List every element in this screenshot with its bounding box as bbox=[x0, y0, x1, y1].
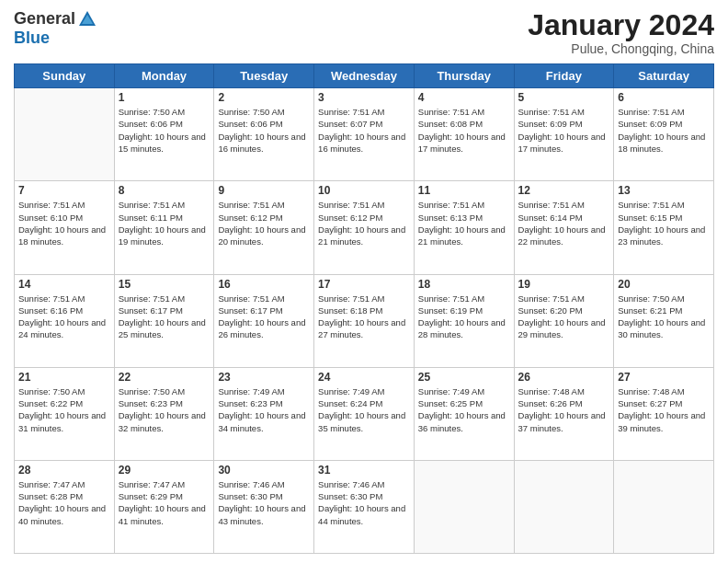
day-number: 30 bbox=[218, 464, 310, 477]
day-number: 31 bbox=[318, 464, 410, 477]
table-row: 24Sunrise: 7:49 AMSunset: 6:24 PMDayligh… bbox=[314, 367, 415, 460]
day-info: Sunrise: 7:50 AMSunset: 6:06 PMDaylight:… bbox=[218, 106, 310, 155]
day-number: 14 bbox=[18, 278, 110, 291]
day-info: Sunrise: 7:51 AMSunset: 6:07 PMDaylight:… bbox=[318, 106, 410, 155]
day-info: Sunrise: 7:51 AMSunset: 6:12 PMDaylight:… bbox=[318, 199, 410, 247]
logo-icon bbox=[77, 9, 97, 29]
table-row: 16Sunrise: 7:51 AMSunset: 6:17 PMDayligh… bbox=[214, 274, 314, 367]
table-row: 28Sunrise: 7:47 AMSunset: 6:28 PMDayligh… bbox=[15, 460, 115, 553]
table-row: 4Sunrise: 7:51 AMSunset: 6:08 PMDaylight… bbox=[414, 88, 514, 181]
day-info: Sunrise: 7:49 AMSunset: 6:24 PMDaylight:… bbox=[318, 385, 410, 434]
table-row: 19Sunrise: 7:51 AMSunset: 6:20 PMDayligh… bbox=[514, 274, 614, 367]
day-info: Sunrise: 7:51 AMSunset: 6:14 PMDaylight:… bbox=[518, 199, 610, 247]
day-number: 15 bbox=[119, 278, 210, 291]
table-row bbox=[514, 460, 614, 553]
day-info: Sunrise: 7:50 AMSunset: 6:23 PMDaylight:… bbox=[119, 385, 210, 434]
table-row: 20Sunrise: 7:50 AMSunset: 6:21 PMDayligh… bbox=[614, 274, 714, 367]
table-row: 9Sunrise: 7:51 AMSunset: 6:12 PMDaylight… bbox=[214, 181, 314, 274]
day-info: Sunrise: 7:51 AMSunset: 6:13 PMDaylight:… bbox=[418, 199, 510, 247]
table-row: 22Sunrise: 7:50 AMSunset: 6:23 PMDayligh… bbox=[114, 367, 214, 460]
day-number: 1 bbox=[119, 91, 210, 104]
day-number: 6 bbox=[618, 91, 710, 104]
month-year: January 2024 bbox=[528, 9, 714, 41]
day-info: Sunrise: 7:50 AMSunset: 6:21 PMDaylight:… bbox=[618, 293, 710, 341]
table-row: 3Sunrise: 7:51 AMSunset: 6:07 PMDaylight… bbox=[314, 88, 415, 181]
table-row: 17Sunrise: 7:51 AMSunset: 6:18 PMDayligh… bbox=[314, 274, 415, 367]
logo-blue-text: Blue bbox=[14, 29, 50, 48]
col-friday: Friday bbox=[514, 64, 614, 88]
day-info: Sunrise: 7:51 AMSunset: 6:08 PMDaylight:… bbox=[418, 106, 510, 155]
day-number: 19 bbox=[518, 278, 610, 291]
logo-general-text: General bbox=[14, 10, 75, 29]
col-monday: Monday bbox=[114, 64, 214, 88]
table-row bbox=[414, 460, 514, 553]
day-info: Sunrise: 7:47 AMSunset: 6:29 PMDaylight:… bbox=[119, 478, 210, 527]
col-thursday: Thursday bbox=[414, 64, 514, 88]
table-row: 7Sunrise: 7:51 AMSunset: 6:10 PMDaylight… bbox=[15, 181, 115, 274]
table-row: 25Sunrise: 7:49 AMSunset: 6:25 PMDayligh… bbox=[414, 367, 514, 460]
calendar-header-row: Sunday Monday Tuesday Wednesday Thursday… bbox=[15, 64, 714, 88]
table-row: 18Sunrise: 7:51 AMSunset: 6:19 PMDayligh… bbox=[414, 274, 514, 367]
table-row: 1Sunrise: 7:50 AMSunset: 6:06 PMDaylight… bbox=[114, 88, 214, 181]
day-number: 16 bbox=[218, 278, 310, 291]
day-info: Sunrise: 7:50 AMSunset: 6:06 PMDaylight:… bbox=[119, 106, 210, 155]
day-info: Sunrise: 7:49 AMSunset: 6:23 PMDaylight:… bbox=[218, 385, 310, 434]
calendar-week-row: 7Sunrise: 7:51 AMSunset: 6:10 PMDaylight… bbox=[15, 181, 714, 274]
day-number: 21 bbox=[18, 371, 110, 384]
day-info: Sunrise: 7:51 AMSunset: 6:15 PMDaylight:… bbox=[618, 199, 710, 247]
table-row: 11Sunrise: 7:51 AMSunset: 6:13 PMDayligh… bbox=[414, 181, 514, 274]
day-info: Sunrise: 7:51 AMSunset: 6:12 PMDaylight:… bbox=[218, 199, 310, 247]
day-info: Sunrise: 7:51 AMSunset: 6:17 PMDaylight:… bbox=[218, 293, 310, 341]
day-number: 13 bbox=[618, 184, 710, 197]
table-row: 27Sunrise: 7:48 AMSunset: 6:27 PMDayligh… bbox=[614, 367, 714, 460]
day-number: 22 bbox=[119, 371, 210, 384]
day-info: Sunrise: 7:48 AMSunset: 6:27 PMDaylight:… bbox=[618, 385, 710, 434]
day-info: Sunrise: 7:49 AMSunset: 6:25 PMDaylight:… bbox=[418, 385, 510, 434]
day-number: 26 bbox=[518, 371, 610, 384]
header: General Blue January 2024 Pulue, Chongqi… bbox=[14, 9, 714, 56]
day-number: 9 bbox=[218, 184, 310, 197]
day-info: Sunrise: 7:46 AMSunset: 6:30 PMDaylight:… bbox=[218, 478, 310, 527]
logo: General Blue bbox=[14, 9, 97, 48]
day-info: Sunrise: 7:50 AMSunset: 6:22 PMDaylight:… bbox=[18, 385, 110, 434]
day-info: Sunrise: 7:51 AMSunset: 6:09 PMDaylight:… bbox=[518, 106, 610, 155]
day-number: 10 bbox=[318, 184, 410, 197]
page: General Blue January 2024 Pulue, Chongqi… bbox=[0, 0, 728, 563]
day-number: 2 bbox=[218, 91, 310, 104]
day-number: 23 bbox=[218, 371, 310, 384]
day-info: Sunrise: 7:47 AMSunset: 6:28 PMDaylight:… bbox=[18, 478, 110, 527]
table-row: 12Sunrise: 7:51 AMSunset: 6:14 PMDayligh… bbox=[514, 181, 614, 274]
day-number: 27 bbox=[618, 371, 710, 384]
table-row: 30Sunrise: 7:46 AMSunset: 6:30 PMDayligh… bbox=[214, 460, 314, 553]
day-info: Sunrise: 7:48 AMSunset: 6:26 PMDaylight:… bbox=[518, 385, 610, 434]
col-tuesday: Tuesday bbox=[214, 64, 314, 88]
table-row: 13Sunrise: 7:51 AMSunset: 6:15 PMDayligh… bbox=[614, 181, 714, 274]
table-row: 29Sunrise: 7:47 AMSunset: 6:29 PMDayligh… bbox=[114, 460, 214, 553]
day-info: Sunrise: 7:46 AMSunset: 6:30 PMDaylight:… bbox=[318, 478, 410, 527]
table-row bbox=[614, 460, 714, 553]
day-number: 25 bbox=[418, 371, 510, 384]
table-row: 21Sunrise: 7:50 AMSunset: 6:22 PMDayligh… bbox=[15, 367, 115, 460]
day-info: Sunrise: 7:51 AMSunset: 6:18 PMDaylight:… bbox=[318, 293, 410, 341]
location: Pulue, Chongqing, China bbox=[528, 41, 714, 56]
table-row: 23Sunrise: 7:49 AMSunset: 6:23 PMDayligh… bbox=[214, 367, 314, 460]
day-number: 12 bbox=[518, 184, 610, 197]
table-row: 8Sunrise: 7:51 AMSunset: 6:11 PMDaylight… bbox=[114, 181, 214, 274]
table-row: 15Sunrise: 7:51 AMSunset: 6:17 PMDayligh… bbox=[114, 274, 214, 367]
day-info: Sunrise: 7:51 AMSunset: 6:16 PMDaylight:… bbox=[18, 293, 110, 341]
day-number: 4 bbox=[418, 91, 510, 104]
col-wednesday: Wednesday bbox=[314, 64, 415, 88]
table-row: 2Sunrise: 7:50 AMSunset: 6:06 PMDaylight… bbox=[214, 88, 314, 181]
col-saturday: Saturday bbox=[614, 64, 714, 88]
day-number: 8 bbox=[119, 184, 210, 197]
table-row: 10Sunrise: 7:51 AMSunset: 6:12 PMDayligh… bbox=[314, 181, 415, 274]
day-number: 5 bbox=[518, 91, 610, 104]
day-number: 24 bbox=[318, 371, 410, 384]
day-number: 18 bbox=[418, 278, 510, 291]
day-number: 7 bbox=[18, 184, 110, 197]
day-number: 20 bbox=[618, 278, 710, 291]
table-row bbox=[15, 88, 115, 181]
calendar-week-row: 21Sunrise: 7:50 AMSunset: 6:22 PMDayligh… bbox=[15, 367, 714, 460]
day-info: Sunrise: 7:51 AMSunset: 6:11 PMDaylight:… bbox=[119, 199, 210, 247]
day-number: 17 bbox=[318, 278, 410, 291]
